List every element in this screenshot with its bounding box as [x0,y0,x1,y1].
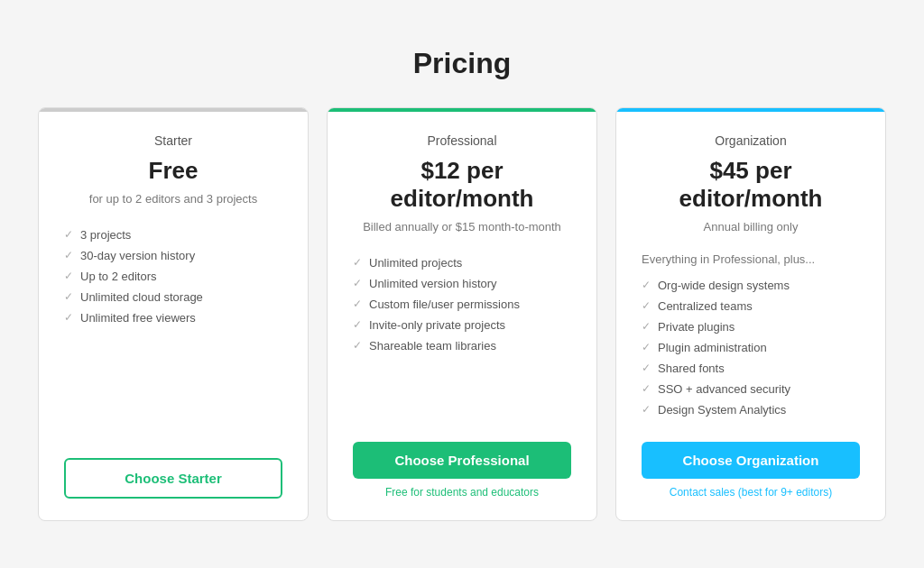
cta-button-starter[interactable]: Choose Starter [64,458,282,499]
plans-container: Starter Free for up to 2 editors and 3 p… [36,107,888,521]
feature-item: Custom file/user permissions [353,294,571,315]
plan-card-starter: Starter Free for up to 2 editors and 3 p… [38,107,309,521]
cta-button-professional[interactable]: Choose Professional [353,442,571,479]
feature-item: Design System Analytics [642,399,860,420]
plan-price-sub-starter: for up to 2 editors and 3 projects [64,190,282,208]
feature-item: Private plugins [642,316,860,337]
plan-cta-professional: Choose Professional Free for students an… [353,442,571,499]
page-wrapper: Pricing Starter Free for up to 2 editors… [0,20,924,548]
page-title: Pricing [36,47,888,80]
plan-price-sub-professional: Billed annually or $15 month-to-month [353,218,571,236]
cta-note-organization: Contact sales (best for 9+ editors) [642,486,860,499]
feature-item: Plugin administration [642,337,860,358]
feature-item: Unlimited free viewers [64,307,282,328]
feature-item: Shared fonts [642,358,860,379]
feature-item: SSO + advanced security [642,379,860,399]
feature-item: Unlimited projects [353,252,571,273]
plan-card-professional: Professional $12 per editor/month Billed… [327,107,597,521]
cta-note-professional: Free for students and educators [353,486,571,499]
feature-item: 3 projects [64,224,282,245]
feature-item: Centralized teams [642,296,860,316]
plan-cta-starter: Choose Starter [64,458,282,499]
feature-item: Unlimited cloud storage [64,287,282,307]
plan-name-starter: Starter [64,133,282,148]
plan-features-starter: 3 projects30-day version historyUp to 2 … [64,224,282,436]
plan-price-professional: $12 per editor/month [353,157,571,213]
plan-name-professional: Professional [353,133,571,148]
plan-card-organization: Organization $45 per editor/month Annual… [615,107,886,521]
plan-cta-organization: Choose Organization Contact sales (best … [642,442,860,499]
feature-item: Invite-only private projects [353,315,571,335]
plan-features-organization: Org-wide design systemsCentralized teams… [642,275,860,420]
features-intro: Everything in Professional, plus... [642,252,860,266]
plan-price-sub-organization: Annual billing only [642,218,860,236]
plan-price-starter: Free [64,157,282,185]
feature-item: 30-day version history [64,245,282,266]
plan-price-organization: $45 per editor/month [642,157,860,213]
cta-button-organization[interactable]: Choose Organization [642,442,860,479]
plan-name-organization: Organization [642,133,860,148]
feature-item: Shareable team libraries [353,335,571,356]
plan-features-professional: Unlimited projectsUnlimited version hist… [353,252,571,420]
feature-item: Unlimited version history [353,273,571,294]
feature-item: Org-wide design systems [642,275,860,296]
feature-item: Up to 2 editors [64,266,282,287]
